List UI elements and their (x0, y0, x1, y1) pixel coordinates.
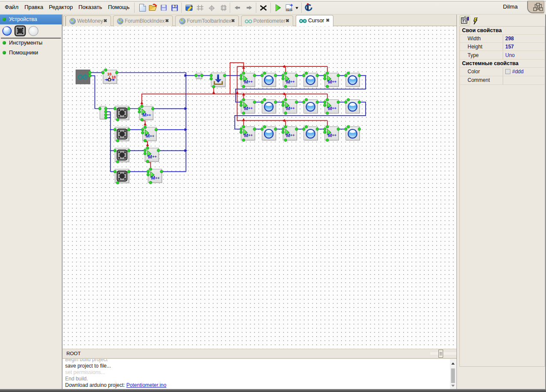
svg-text:0101: 0101 (286, 8, 293, 11)
svg-text:10: 10 (112, 75, 116, 79)
svg-text:?: ? (174, 4, 176, 9)
svg-text:10: 10 (108, 72, 112, 76)
